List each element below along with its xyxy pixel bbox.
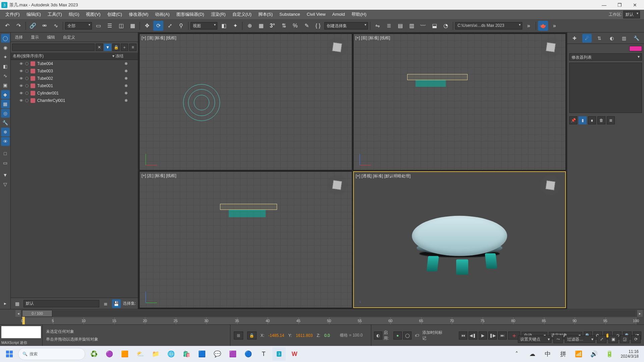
frozen-dot-icon[interactable] — [25, 92, 29, 95]
viewport-persp-label[interactable]: [+] [透视] [标准] [默认明暗处理] — [356, 173, 411, 179]
time-prev-button[interactable]: ◂ — [15, 310, 21, 317]
hierarchy-tab-icon[interactable]: ⇅ — [595, 34, 604, 43]
menu-civilview[interactable]: Civil View — [304, 10, 329, 19]
isolate-icon[interactable]: ◐ — [374, 331, 382, 340]
funnel-filter-icon[interactable]: ▼ — [1, 171, 10, 179]
ime-lang-icon[interactable]: 中 — [541, 347, 554, 361]
snap-options-button[interactable]: ▦ — [256, 21, 266, 31]
scale-button[interactable]: ⤢ — [165, 21, 175, 31]
select-by-name-button[interactable]: ☰ — [105, 21, 115, 31]
frozen-dot-icon[interactable] — [25, 77, 29, 80]
render-setup-button[interactable]: 🫖 — [538, 21, 548, 31]
make-unique-icon[interactable]: ∎ — [588, 116, 596, 124]
menu-render[interactable]: 渲染(R) — [208, 10, 229, 19]
menu-graph[interactable]: 图形编辑器(D) — [173, 10, 208, 19]
eye-icon[interactable]: 👁 — [19, 91, 23, 95]
disp-bone-icon[interactable]: ◆ — [1, 90, 10, 99]
addtime-icon[interactable]: 🏷 — [415, 333, 419, 338]
ime-mode-icon[interactable]: 拼 — [556, 347, 570, 361]
frozen-dot-icon[interactable] — [25, 69, 29, 73]
scene-default-dropdown[interactable]: 默认 — [23, 300, 99, 307]
next-frame-button[interactable]: ❚▶ — [488, 331, 497, 340]
motion-tab-icon[interactable]: ◐ — [607, 34, 616, 43]
taskbar-wechat-icon[interactable]: 💬 — [211, 347, 224, 361]
viewport-left[interactable]: [+] [左] [标准] [线框] — [139, 171, 352, 308]
workspace-dropdown[interactable]: 默认 — [623, 11, 640, 18]
frozen-dot-icon[interactable] — [25, 99, 29, 102]
taskbar-app5-icon[interactable]: 🔵 — [241, 347, 255, 361]
eye-icon[interactable]: 👁 — [19, 76, 23, 80]
undo-button[interactable]: ↶ — [2, 21, 12, 31]
disp-box1-icon[interactable]: □ — [1, 149, 10, 158]
window-maximize-button[interactable]: ❐ — [612, 0, 627, 10]
layers-button[interactable]: ▤ — [395, 21, 405, 31]
modifier-list-dropdown[interactable]: 修改器列表 — [569, 53, 642, 61]
curve-editor-button[interactable]: 〰 — [418, 21, 428, 31]
viewport-front[interactable]: [+] [前] [标准] [线框] — [353, 34, 566, 170]
show-end-result-icon[interactable]: ▮ — [579, 116, 587, 124]
menu-edit[interactable]: 编辑(E) — [23, 10, 44, 19]
add-time-label[interactable]: 添加时间标记 — [422, 330, 444, 341]
tray-volume-icon[interactable]: 🔊 — [587, 347, 601, 361]
viewcube-icon[interactable] — [541, 37, 561, 57]
menu-custom[interactable]: 自定义(U) — [229, 10, 255, 19]
time-slider[interactable]: ◂ 0 / 100 ▸ — [22, 310, 636, 317]
goto-start-button[interactable]: ⏮ — [459, 331, 467, 340]
disp-frozen-icon[interactable]: ❄ — [1, 128, 10, 136]
menu-view[interactable]: 视图(V) — [83, 10, 104, 19]
select-object-button[interactable]: ▭ — [93, 21, 103, 31]
scene-tab-custom[interactable]: 自定义 — [59, 33, 79, 42]
selection-filter-dropdown[interactable]: 全部 — [65, 22, 92, 29]
mirror-button[interactable]: ⇋ — [372, 21, 382, 31]
menu-script[interactable]: 脚本(S) — [255, 10, 276, 19]
ref-coord-dropdown[interactable]: 视图 — [191, 22, 217, 29]
taskbar-3dsmax-icon[interactable]: 3 — [272, 347, 286, 361]
viewport-top[interactable]: [+] [顶] [标准] [线框] — [139, 34, 352, 170]
layers-icon[interactable]: ≣ — [101, 299, 110, 308]
align-button[interactable]: ≣ — [384, 21, 394, 31]
key-tangent-icon[interactable]: ⤳ — [553, 335, 563, 343]
tray-chevron-icon[interactable]: ˄ — [510, 347, 524, 361]
disp-lights-icon[interactable]: ✦ — [1, 53, 10, 61]
play-button[interactable]: ▶ — [479, 331, 487, 340]
coord-mode-icon[interactable]: ⊞ — [234, 331, 243, 340]
menu-create[interactable]: 创建(C) — [104, 10, 125, 19]
scene-row[interactable]: 👁ChamferCyl001❄ — [11, 97, 138, 104]
pin-stack-icon[interactable]: 📌 — [569, 116, 577, 124]
scene-search-clear-button[interactable]: ✕ — [96, 44, 103, 51]
toolbar-overflow-button[interactable]: » — [524, 21, 534, 31]
scene-list-icon[interactable]: ≡ — [129, 44, 137, 51]
disp-geometry-icon[interactable]: ◯ — [1, 34, 10, 43]
freeze-toggle[interactable]: ❄ — [114, 98, 138, 103]
angle-snap-button[interactable]: 3° — [267, 21, 277, 31]
frozen-dot-icon[interactable] — [25, 84, 29, 87]
spinner-snap-button[interactable]: ⇅ — [279, 21, 289, 31]
window-minimize-button[interactable]: — — [596, 0, 612, 10]
viewport-perspective[interactable]: [+] [透视] [标准] [默认明暗处理] — [353, 171, 566, 308]
window-close-button[interactable]: ✕ — [627, 0, 643, 10]
lock-selection-icon[interactable]: 🔒 — [247, 331, 257, 340]
time-slider-knob[interactable]: 0 / 100 — [22, 310, 52, 317]
menu-tools[interactable]: 工具(T) — [44, 10, 65, 19]
menu-substance[interactable]: Substance — [276, 10, 303, 19]
utilities-tab-icon[interactable]: 🔧 — [632, 34, 641, 43]
disp-hidden-icon[interactable]: 👁 — [1, 137, 10, 146]
tray-wifi-icon[interactable]: 📶 — [572, 347, 585, 361]
menu-help[interactable]: 帮助(H) — [348, 10, 370, 19]
scene-row[interactable]: 👁Tube003❄ — [11, 67, 138, 75]
taskbar-recycle-icon[interactable]: ♻️ — [87, 347, 101, 361]
taskbar-app3-icon[interactable]: 🟦 — [195, 347, 209, 361]
create-tab-icon[interactable]: ✚ — [570, 34, 579, 43]
scene-header[interactable]: 名称(按降序排序) ▾ 冻结 — [11, 53, 138, 60]
goto-end-button[interactable]: ⏭ — [498, 331, 506, 340]
nav-zoom-ext-icon[interactable]: ⤢ — [597, 335, 606, 343]
eye-icon[interactable]: 👁 — [19, 84, 23, 88]
snap-toggle-button[interactable]: ⊕ — [245, 21, 255, 31]
disp-cameras-icon[interactable]: ◧ — [1, 62, 10, 71]
scene-row[interactable]: 👁Tube004❄ — [11, 60, 138, 67]
taskbar-explorer-icon[interactable]: 📁 — [149, 347, 162, 361]
disp-space-icon[interactable]: ▣ — [1, 81, 10, 89]
scene-tab-edit[interactable]: 编辑 — [43, 33, 59, 42]
disp-box2-icon[interactable]: ▭ — [1, 159, 10, 167]
menu-group[interactable]: 组(G) — [65, 10, 83, 19]
